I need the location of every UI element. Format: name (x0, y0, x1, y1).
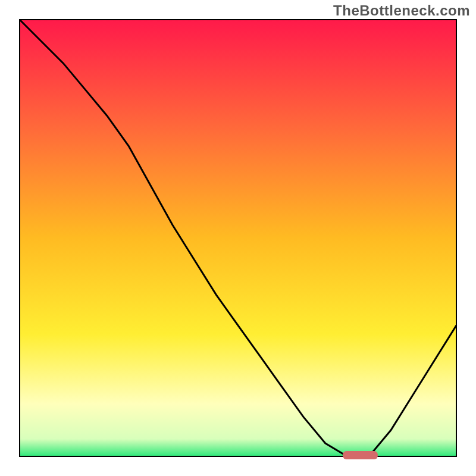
chart-container: TheBottleneck.com (0, 0, 476, 476)
plot-background (20, 20, 456, 456)
watermark-text: TheBottleneck.com (333, 2, 470, 19)
optimal-marker (343, 451, 378, 459)
chart-svg (0, 0, 476, 476)
